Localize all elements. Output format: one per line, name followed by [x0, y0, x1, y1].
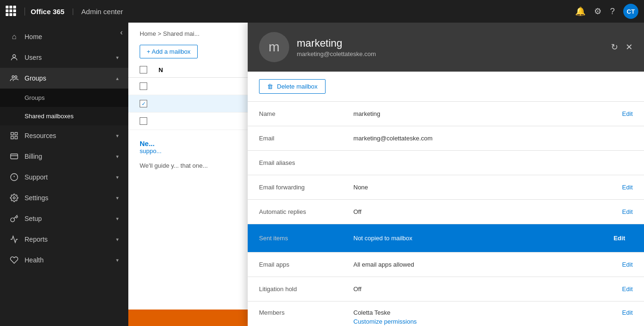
row-checkbox-col	[140, 82, 159, 90]
sidebar-item-users[interactable]: Users ▾	[0, 47, 128, 68]
field-value-email-forwarding: None	[353, 184, 622, 191]
sidebar-label-billing: Billing	[25, 153, 110, 160]
groups-chevron-icon: ▴	[116, 75, 119, 82]
close-icon[interactable]: ✕	[626, 42, 633, 52]
svg-point-0	[13, 55, 16, 57]
detail-title: marketing marketing@colettateske.com	[297, 37, 603, 57]
edit-email-apps-button[interactable]: Edit	[622, 261, 633, 268]
reports-chevron-icon: ▾	[116, 236, 119, 243]
users-icon	[9, 53, 19, 62]
detail-header: m marketing marketing@colettateske.com ↻…	[248, 23, 644, 72]
topbar-actions: 🔔 ⚙ ? CT	[575, 4, 638, 19]
members-value: Coletta Teske	[353, 309, 622, 316]
users-chevron-icon: ▾	[116, 55, 119, 61]
detail-body: Name marketing Edit Email marketing@cole…	[248, 102, 644, 326]
sidebar-item-health[interactable]: Health ▾	[0, 250, 128, 270]
setup-icon	[9, 214, 19, 223]
sidebar-label-shared-mailboxes: Shared mailboxes	[25, 113, 119, 120]
field-label-litigation-hold: Litigation hold	[259, 285, 353, 293]
edit-automatic-replies-button[interactable]: Edit	[622, 208, 633, 215]
mailbox-email: marketing@colettateske.com	[297, 50, 603, 57]
sidebar-item-reports[interactable]: Reports ▾	[0, 229, 128, 250]
support-icon	[9, 172, 19, 182]
detail-row-litigation-hold: Litigation hold Off Edit	[248, 277, 644, 302]
field-value-litigation-hold: Off	[353, 285, 622, 293]
row-checkbox[interactable]	[140, 100, 147, 107]
customize-permissions-link[interactable]: Customize permissions	[353, 318, 622, 325]
sidebar-item-shared-mailboxes[interactable]: Shared mailboxes	[0, 107, 128, 125]
sidebar-label-groups: Groups	[25, 74, 110, 82]
sidebar-item-support[interactable]: Support ▾	[0, 167, 128, 187]
svg-rect-3	[11, 132, 13, 135]
sidebar-item-billing[interactable]: Billing ▾	[0, 146, 128, 167]
resources-icon	[9, 131, 19, 140]
notification-icon[interactable]: 🔔	[575, 6, 585, 16]
svg-point-1	[12, 76, 15, 78]
edit-name-button[interactable]: Edit	[622, 110, 633, 117]
row-checkbox[interactable]	[140, 117, 147, 125]
home-icon: ⌂	[9, 32, 19, 41]
delete-mailbox-button[interactable]: 🗑 Delete mailbox	[259, 79, 326, 94]
app-grid-icon[interactable]	[6, 6, 17, 17]
refresh-icon[interactable]: ↻	[611, 42, 618, 52]
sidebar-label-support: Support	[25, 173, 110, 181]
sidebar-item-resources[interactable]: Resources ▾	[0, 125, 128, 146]
user-avatar[interactable]: CT	[623, 4, 638, 19]
sidebar: ‹ ⌂ Home Users ▾ Groups	[0, 23, 128, 326]
sidebar-item-groups-sub[interactable]: Groups	[0, 89, 128, 107]
field-label-automatic-replies: Automatic replies	[259, 208, 353, 215]
sidebar-item-home[interactable]: ⌂ Home	[0, 26, 128, 47]
field-value-sent-items: Not copied to mailbox	[353, 235, 606, 242]
mailbox-name: marketing	[297, 37, 603, 49]
detail-row-automatic-replies: Automatic replies Off Edit	[248, 200, 644, 224]
health-icon	[9, 255, 19, 265]
delete-label: Delete mailbox	[277, 83, 318, 90]
edit-members-button[interactable]: Edit	[622, 309, 633, 316]
topbar-separator: |	[72, 8, 74, 15]
row-checkbox-col	[140, 117, 159, 125]
sidebar-label-resources: Resources	[25, 132, 110, 139]
svg-rect-7	[11, 154, 18, 159]
field-label-email: Email	[259, 135, 353, 142]
topbar: Office 365 | Admin center 🔔 ⚙ ? CT	[0, 0, 644, 23]
resources-chevron-icon: ▾	[116, 133, 119, 139]
sidebar-item-setup[interactable]: Setup ▾	[0, 208, 128, 229]
svg-point-2	[15, 76, 17, 78]
main-layout: ‹ ⌂ Home Users ▾ Groups	[0, 23, 644, 326]
edit-sent-items-button[interactable]: Edit	[606, 231, 633, 245]
field-label-email-aliases: Email aliases	[259, 159, 353, 166]
svg-rect-5	[15, 137, 17, 139]
field-value-name: marketing	[353, 110, 622, 117]
row-checkbox[interactable]	[140, 82, 147, 90]
detail-row-sent-items: Sent items Not copied to mailbox Edit	[248, 224, 644, 253]
help-icon[interactable]: ?	[610, 7, 615, 16]
select-all-checkbox[interactable]	[140, 66, 147, 73]
edit-email-forwarding-button[interactable]: Edit	[622, 184, 633, 191]
sidebar-collapse-button[interactable]: ‹	[120, 28, 123, 37]
row-checkbox-col	[140, 100, 159, 107]
sidebar-label-setup: Setup	[25, 215, 110, 222]
main-content: Home > Shared mai... + Add a mailbox N	[128, 23, 644, 326]
health-chevron-icon: ▾	[116, 257, 119, 263]
groups-icon	[9, 73, 19, 83]
svg-rect-4	[15, 132, 17, 135]
field-value-email-apps: All email apps allowed	[353, 261, 622, 268]
detail-row-email-apps: Email apps All email apps allowed Edit	[248, 253, 644, 277]
field-label-members: Members	[259, 309, 353, 316]
edit-litigation-hold-button[interactable]: Edit	[622, 285, 633, 293]
field-value-email: marketing@colettateske.com	[353, 135, 633, 142]
settings-icon[interactable]: ⚙	[594, 6, 602, 16]
field-value-automatic-replies: Off	[353, 208, 622, 215]
billing-chevron-icon: ▾	[116, 154, 119, 160]
header-checkbox-col	[140, 66, 159, 73]
sidebar-label-settings: Settings	[25, 194, 110, 202]
delete-icon: 🗑	[267, 83, 273, 90]
sidebar-item-groups[interactable]: Groups ▴	[0, 68, 128, 89]
app-name: Office 365	[25, 8, 65, 16]
billing-icon	[9, 152, 19, 161]
detail-row-email-forwarding: Email forwarding None Edit	[248, 175, 644, 200]
detail-row-members: Members Coletta Teske Customize permissi…	[248, 302, 644, 326]
svg-point-10	[13, 197, 16, 199]
add-mailbox-button[interactable]: + Add a mailbox	[140, 45, 198, 58]
sidebar-item-settings[interactable]: Settings ▾	[0, 187, 128, 208]
